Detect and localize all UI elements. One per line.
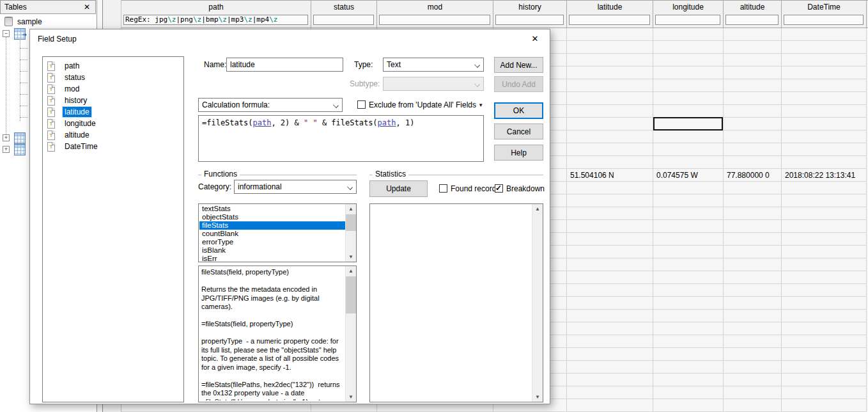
scrollbar[interactable]: ▲ ▼ [532, 204, 543, 402]
cell-longitude[interactable]: 0.074575 W [653, 169, 723, 182]
close-icon[interactable]: ✕ [81, 1, 93, 13]
exclude-update-all-checkbox[interactable]: ✓ [357, 100, 366, 109]
function-list-item[interactable]: textStats [199, 205, 345, 213]
filter-mod[interactable] [379, 15, 490, 25]
tree-connector-line [20, 40, 20, 121]
text-field-icon: T [47, 61, 55, 71]
column-header-mod[interactable]: mod [377, 0, 493, 28]
column-header-datetime[interactable]: DateTime [782, 0, 867, 28]
field-list-item[interactable]: Tlongitude [43, 118, 183, 129]
function-list-item[interactable]: errorType [199, 238, 345, 246]
subtype-label: Subtype: [350, 77, 380, 91]
cancel-button[interactable]: Cancel [494, 123, 543, 139]
functions-group: Functions [198, 175, 357, 175]
function-help-box[interactable]: fileStats(field, propertyType) Returns t… [198, 265, 357, 402]
category-label: Category: [198, 180, 231, 194]
scrollbar-thumb[interactable] [346, 214, 356, 231]
tree-item-sample[interactable]: sample [1, 15, 95, 28]
tree-collapse-icon[interactable]: − [3, 30, 10, 37]
exclude-update-all-label: Exclude from 'Update All' [369, 100, 454, 110]
field-list-item[interactable]: Tmod [43, 83, 183, 95]
close-icon[interactable]: ✕ [524, 31, 546, 47]
column-label: altitude [724, 0, 781, 14]
column-header-altitude[interactable]: altitude [724, 0, 782, 28]
table-icon[interactable]: ➜ [14, 28, 26, 40]
database-icon [4, 17, 13, 26]
scroll-down-icon[interactable]: ▼ [532, 392, 543, 402]
function-list[interactable]: textStats objectStats fileStats countBla… [198, 203, 357, 262]
field-list-item-selected[interactable]: Tlatitude [43, 106, 183, 118]
field-list-item[interactable]: Tstatus [43, 72, 183, 83]
cell-datetime[interactable]: 2018:08:22 13:13:41 [782, 169, 866, 182]
function-list-item-selected[interactable]: fileStats [199, 221, 345, 230]
check-icon: ✓ [495, 185, 502, 192]
scroll-up-icon[interactable]: ▲ [346, 204, 356, 214]
dropdown-arrow-icon: ▼ [478, 102, 483, 108]
type-select[interactable]: Text [383, 58, 484, 72]
field-list[interactable]: Tpath Tstatus Tmod Thistory Tlatitude Tl… [42, 56, 184, 402]
statistics-results-box[interactable]: ▲ ▼ [369, 203, 543, 402]
function-list-item[interactable]: isBlank [199, 246, 345, 255]
filter-latitude[interactable] [569, 15, 650, 25]
name-label: Name: [204, 58, 226, 72]
cell-altitude[interactable]: 77.880000 0 [724, 169, 781, 182]
function-list-item[interactable]: objectStats [199, 213, 345, 221]
text-field-icon: T [47, 84, 55, 94]
column-label: mod [377, 0, 493, 14]
column-label: history [493, 0, 566, 14]
found-records-label: Found records [451, 184, 500, 194]
scroll-up-icon[interactable]: ▲ [532, 204, 543, 214]
tree-item-label: sample [17, 15, 42, 28]
category-select[interactable]: informational [234, 180, 357, 194]
field-list-item[interactable]: TDateTime [43, 141, 183, 152]
field-list-item[interactable]: Taltitude [43, 129, 183, 141]
scroll-down-icon[interactable]: ▼ [346, 392, 356, 402]
tree-expand-icon[interactable]: + [3, 134, 10, 141]
fields-menu[interactable]: Fields ▼ [456, 100, 483, 110]
update-button[interactable]: Update [369, 180, 428, 197]
breakdown-checkbox[interactable]: ✓ [495, 184, 503, 193]
column-header-longitude[interactable]: longitude [653, 0, 724, 28]
function-list-item[interactable]: isErr [199, 255, 345, 262]
selected-cell[interactable] [653, 117, 723, 131]
field-list-item[interactable]: Thistory [43, 95, 183, 106]
add-new-button[interactable]: Add New... [494, 57, 543, 73]
ok-button[interactable]: OK [494, 102, 543, 119]
filter-path[interactable]: RegEx: jpg\z|png\z|bmp\z|mp3\z|mp4\z [123, 15, 308, 25]
tree-expand-icon[interactable]: + [3, 146, 10, 153]
name-input[interactable]: latitude [226, 58, 343, 72]
found-records-checkbox[interactable]: ✓ [439, 184, 447, 193]
table-icon[interactable] [14, 132, 26, 144]
scroll-up-icon[interactable]: ▲ [346, 266, 356, 276]
scrollbar[interactable]: ▲ ▼ [345, 204, 356, 262]
table-link-arrow-icon: ➜ [22, 32, 27, 38]
filter-longitude[interactable] [655, 15, 720, 25]
text-field-icon: T [47, 131, 55, 140]
column-header-latitude[interactable]: latitude [567, 0, 653, 28]
functions-group-title: Functions [201, 170, 240, 178]
scrollbar-thumb[interactable] [346, 276, 356, 313]
column-label: status [311, 0, 376, 14]
filter-altitude[interactable] [725, 15, 779, 25]
tree-connector-line [20, 94, 27, 95]
column-header-history[interactable]: history [493, 0, 567, 28]
field-list-item[interactable]: Tpath [43, 60, 183, 72]
app-window: path RegEx: jpg\z|png\z|bmp\z|mp3\z|mp4\… [0, 0, 868, 412]
filter-status[interactable] [313, 15, 374, 25]
cell-latitude[interactable]: 51.504106 N [567, 169, 653, 182]
help-button[interactable]: Help [494, 145, 543, 161]
grid-column-divider [723, 28, 724, 412]
filter-datetime[interactable] [784, 15, 864, 25]
tree-connector-line [20, 117, 27, 118]
filter-history[interactable] [495, 15, 564, 25]
scroll-down-icon[interactable]: ▼ [346, 252, 356, 262]
formula-editor[interactable]: =fileStats(path, 2) & " " & fileStats(pa… [198, 115, 484, 162]
grid-column-divider [566, 28, 567, 412]
function-help-text: fileStats(field, propertyType) Returns t… [201, 268, 343, 400]
scrollbar[interactable]: ▲ ▼ [345, 266, 356, 402]
table-icon[interactable] [14, 144, 26, 155]
column-header-path[interactable]: path RegEx: jpg\z|png\z|bmp\z|mp3\z|mp4\… [121, 0, 311, 28]
function-list-item[interactable]: countBlank [199, 230, 345, 238]
calculation-formula-select[interactable]: Calculation formula: [198, 98, 343, 112]
column-header-status[interactable]: status [311, 0, 377, 28]
